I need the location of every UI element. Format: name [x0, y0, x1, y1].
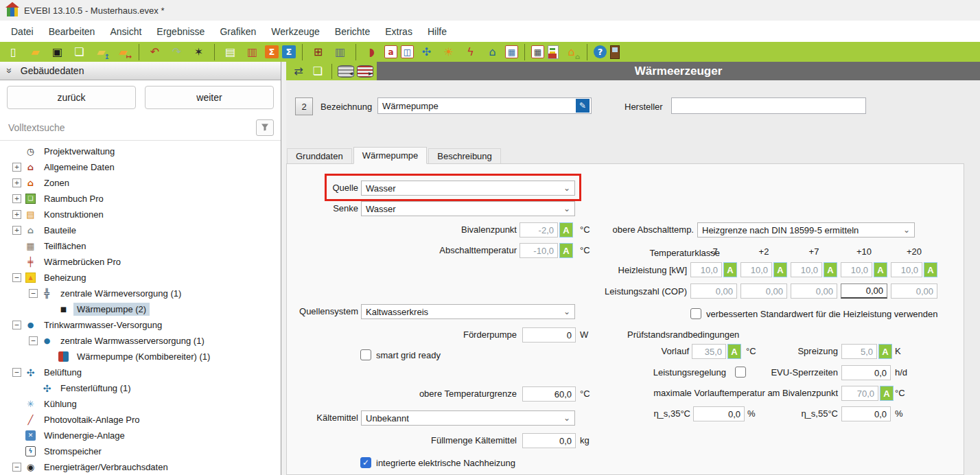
obere-abschalttemp-select[interactable]: Heizgrenze nach DIN 18599-5 ermitteln ⌄: [697, 222, 915, 238]
fan-icon[interactable]: ✣: [417, 44, 436, 60]
tree-item-energieträger-verbrauchsdaten[interactable]: −Energieträger/Verbrauchsdaten: [0, 459, 281, 475]
tree-item-fensterlüftung-1[interactable]: Fensterlüftung (1): [0, 380, 281, 396]
heizleistung-input[interactable]: 10,0: [690, 262, 722, 277]
auto-value-button[interactable]: A: [878, 344, 892, 359]
collapse-icon[interactable]: −: [29, 336, 38, 345]
foerderpumpe-input[interactable]: 0: [522, 327, 576, 343]
menu-datei[interactable]: Datei: [5, 23, 43, 40]
sun-icon[interactable]: ☀: [439, 44, 458, 60]
record-index-badge[interactable]: 2: [295, 97, 313, 115]
expand-icon[interactable]: +: [12, 226, 21, 235]
menu-extras[interactable]: Extras: [380, 23, 422, 40]
tree-item-trinkwarmwasser-versorgung[interactable]: −Trinkwarmwasser-Versorgung: [0, 317, 281, 333]
tree-item-stromspeicher[interactable]: Stromspeicher: [0, 443, 281, 459]
tree-item-teilflächen[interactable]: Teilflächen: [0, 238, 281, 254]
auto-value-button[interactable]: A: [924, 262, 937, 277]
tree-item-photovoltaik-anlage-pro[interactable]: Photovoltaik-Anlage Pro: [0, 412, 281, 428]
auto-value-button[interactable]: A: [880, 386, 894, 401]
expand-icon[interactable]: +: [12, 210, 21, 219]
menu-ansicht[interactable]: Ansicht: [104, 23, 151, 40]
collapse-icon[interactable]: −: [12, 368, 21, 377]
kfw-icon[interactable]: ▦: [505, 45, 518, 58]
expand-icon[interactable]: +: [12, 163, 21, 172]
menu-ergebnisse[interactable]: Ergebnisse: [151, 23, 214, 40]
import-folder-icon[interactable]: ▰↥: [92, 44, 110, 60]
copy-icon[interactable]: ❏: [70, 44, 89, 60]
heizleistung-input[interactable]: 10,0: [740, 262, 772, 277]
undo-icon[interactable]: ↶: [145, 44, 164, 60]
auto-value-button[interactable]: A: [723, 262, 737, 277]
lightning-icon[interactable]: ϟ: [461, 44, 480, 60]
heizleistung-input[interactable]: 10,0: [891, 262, 922, 277]
open-folder-icon[interactable]: ▰: [26, 44, 45, 60]
tab-beschreibung[interactable]: Beschreibung: [428, 148, 501, 163]
tree-item-belüftung[interactable]: −Belüftung: [0, 364, 281, 380]
collapse-icon[interactable]: −: [12, 273, 21, 282]
house-euro-icon[interactable]: ⌂: [483, 44, 502, 60]
database-import-icon[interactable]: ◂: [338, 65, 354, 78]
collapse-icon[interactable]: −: [29, 289, 38, 298]
tree-item-zonen[interactable]: +Zonen: [0, 175, 281, 191]
red-cap-icon[interactable]: ◗: [362, 44, 381, 60]
cop-input[interactable]: 0,00: [690, 283, 737, 299]
menu-grafiken[interactable]: Grafiken: [214, 23, 266, 40]
hersteller-input[interactable]: [671, 97, 866, 114]
compare-sync-icon[interactable]: ⇄: [290, 63, 307, 80]
kaeltemittel-select[interactable]: Unbekannt ⌄: [361, 410, 575, 426]
magic-wand-icon[interactable]: ✶: [189, 44, 208, 60]
evu-sperrzeiten-input[interactable]: 0,0: [841, 365, 891, 380]
export-folder-icon[interactable]: ▰↦: [114, 44, 132, 60]
tree-item-zentrale-wärmeversorgung-1[interactable]: −zentrale Wärmeversorgung (1): [0, 286, 281, 301]
duplicate-icon[interactable]: ❏: [310, 63, 326, 80]
cop-input[interactable]: 0,00: [791, 283, 837, 299]
tree-item-konstruktionen[interactable]: +Konstruktionen: [0, 207, 281, 222]
tree-item-kühlung[interactable]: Kühlung: [0, 396, 281, 412]
next-button[interactable]: weiter: [145, 86, 274, 109]
expand-icon[interactable]: +: [12, 178, 21, 187]
menu-hilfe[interactable]: Hilfe: [422, 23, 456, 40]
fulltext-search-input[interactable]: [7, 121, 256, 134]
spreizung-input[interactable]: 5,0: [841, 344, 877, 359]
tree-item-projektverwaltung[interactable]: Projektverwaltung: [0, 143, 281, 159]
auto-value-button[interactable]: A: [824, 262, 837, 277]
sum-blue-icon[interactable]: Σ: [282, 45, 296, 58]
menu-berichte[interactable]: Berichte: [329, 23, 380, 40]
back-button[interactable]: zurück: [7, 86, 136, 109]
tree-item-raumbuch-pro[interactable]: +Raumbuch Pro: [0, 191, 281, 207]
max-vorlauftemperatur-input[interactable]: 70,0: [841, 386, 878, 401]
database-export-icon[interactable]: ▸: [357, 65, 373, 78]
report-table-icon[interactable]: ▦: [531, 45, 544, 58]
window-icon[interactable]: ◫: [401, 45, 414, 58]
energy-label-icon[interactable]: [548, 45, 559, 59]
collapse-icon[interactable]: −: [12, 321, 21, 329]
exit-door-icon[interactable]: [610, 45, 620, 59]
fuellmenge-input[interactable]: 0,0: [522, 433, 576, 448]
tree-item-allgemeine-daten[interactable]: +Allgemeine Daten: [0, 159, 281, 175]
report-document-icon[interactable]: ▤: [221, 44, 240, 60]
heizleistung-input[interactable]: 10,0: [841, 262, 872, 277]
menu-bearbeiten[interactable]: Bearbeiten: [43, 23, 105, 40]
expand-icon[interactable]: +: [12, 194, 21, 203]
tree-item-wärmepumpe-kombibereiter-1[interactable]: Wärmepumpe (Kombibereiter) (1): [0, 349, 281, 364]
edit-pencil-button[interactable]: ✎: [576, 99, 590, 113]
tab-wärmepumpe[interactable]: Wärmepumpe: [353, 147, 428, 164]
collapse-icon[interactable]: −: [12, 463, 21, 472]
tab-grunddaten[interactable]: Grunddaten: [287, 148, 352, 163]
smart-grid-checkbox[interactable]: [360, 349, 371, 360]
tree-item-zentrale-warmwasserversorgung-1[interactable]: −zentrale Warmwasserversorgung (1): [0, 333, 281, 349]
tree-item-windenergie-anlage[interactable]: Windenergie-Anlage: [0, 428, 281, 443]
eta-s-55-input[interactable]: 0,0: [841, 406, 891, 421]
nachheizung-checkbox[interactable]: [360, 457, 371, 468]
tree-item-wärmebrücken-pro[interactable]: Wärmebrücken Pro: [0, 254, 281, 270]
cop-input[interactable]: 0,00: [740, 283, 787, 299]
tree-item-wärmepumpe-2[interactable]: Wärmepumpe (2): [0, 301, 281, 317]
cop-input[interactable]: 0,00: [891, 283, 937, 299]
sidebar-header[interactable]: » Gebäudedaten: [0, 62, 281, 80]
heizleistung-input[interactable]: 10,0: [791, 262, 822, 277]
senke-select[interactable]: Wasser ⌄: [361, 201, 575, 216]
chevron-collapse-icon[interactable]: »: [4, 68, 15, 73]
structure-document-icon[interactable]: ▥: [243, 44, 261, 60]
wall-layers-icon[interactable]: ▥: [331, 44, 349, 60]
menu-werkzeuge[interactable]: Werkzeuge: [266, 23, 329, 40]
auto-value-button[interactable]: A: [874, 262, 887, 277]
